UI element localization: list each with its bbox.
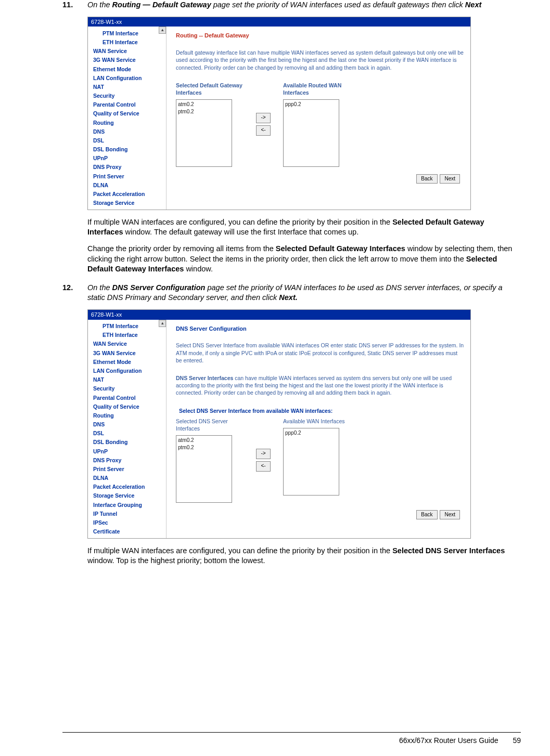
next-button[interactable]: Next [440, 174, 460, 184]
paragraph: Change the priority order by removing al… [87, 244, 521, 275]
nav-item[interactable]: Security [88, 92, 166, 100]
nav-item[interactable]: LAN Configuration [88, 366, 166, 375]
nav-item[interactable]: WAN Service [88, 47, 166, 56]
list-item[interactable]: ptm0.2 [178, 108, 230, 115]
nav-item[interactable]: DNS [88, 127, 166, 136]
panel-description: Default gateway interface list can have … [176, 49, 464, 71]
nav-item[interactable]: Storage Service [88, 491, 166, 500]
list-item[interactable]: atm0.2 [178, 437, 230, 444]
nav-item[interactable]: UPnP [88, 447, 166, 455]
nav-item[interactable]: NAT [88, 82, 166, 91]
t: DNS Server Interfaces [176, 375, 233, 381]
nav-item[interactable]: WAN Service [88, 340, 166, 348]
nav-item[interactable]: Parental Control [88, 100, 166, 109]
nav-item[interactable]: 3G WAN Service [88, 56, 166, 64]
list-item[interactable]: ppp0.2 [285, 429, 337, 437]
footer-title: 66xx/67xx Router Users Guide [399, 736, 498, 745]
t: window. [184, 265, 213, 273]
t: window. The default gateway will use the… [123, 228, 359, 236]
move-left-button[interactable]: <- [256, 125, 271, 136]
nav-item[interactable]: ETH Interface [88, 331, 166, 340]
nav-item[interactable]: Quality of Service [88, 402, 166, 411]
t: Next [465, 1, 481, 9]
nav-item[interactable]: LAN Configuration [88, 73, 166, 82]
nav-item[interactable]: NAT [88, 375, 166, 384]
back-button[interactable]: Back [416, 510, 437, 519]
step-number-11: 11. [62, 0, 87, 10]
panel-heading: DNS Server Configuration [176, 325, 464, 333]
nav-item[interactable]: Routing [88, 411, 166, 420]
move-right-button[interactable]: -> [256, 113, 271, 123]
t: Next. [279, 293, 297, 302]
nav-item[interactable]: Ethernet Mode [88, 357, 166, 366]
list-item[interactable]: atm0.2 [178, 101, 230, 108]
left-list-label: Selected DNS Server Interfaces [176, 418, 244, 432]
back-button[interactable]: Back [416, 174, 437, 184]
t: Routing — Default Gateway [112, 1, 211, 9]
nav-item[interactable]: DLNA [88, 180, 166, 189]
panel-description: Select DNS Server Interface from availab… [176, 342, 464, 364]
nav-item[interactable]: DLNA [88, 474, 166, 483]
next-button[interactable]: Next [440, 510, 460, 519]
scroll-up-icon[interactable]: ▴ [159, 320, 166, 327]
available-wan-listbox[interactable]: ppp0.2 [283, 99, 339, 167]
move-right-button[interactable]: -> [256, 449, 271, 459]
sidebar-nav: ▴ PTM Interface ETH Interface WAN Servic… [88, 320, 167, 538]
nav-item[interactable]: Packet Acceleration [88, 190, 166, 199]
page-footer: 66xx/67xx Router Users Guide 59 [62, 732, 521, 746]
panel-description: DNS Server Interfaces can have multiple … [176, 374, 464, 397]
nav-item[interactable]: PTM Interface [88, 29, 166, 37]
nav-item[interactable]: Interface Grouping [88, 500, 166, 509]
nav-item[interactable]: DSL [88, 136, 166, 145]
right-list-label: Available Routed WAN Interfaces [283, 82, 351, 96]
nav-item[interactable]: Parental Control [88, 393, 166, 402]
step-11-text: On the Routing — Default Gateway page se… [87, 0, 521, 10]
nav-item[interactable]: DNS Proxy [88, 455, 166, 464]
list-item[interactable]: ptm0.2 [178, 444, 230, 451]
nav-item[interactable]: Routing [88, 118, 166, 127]
move-left-button[interactable]: <- [256, 461, 271, 472]
nav-item[interactable]: 3G WAN Service [88, 348, 166, 357]
nav-item[interactable]: DSL [88, 429, 166, 438]
screenshot-routing-default-gateway: 6728-W1-xx ▴ PTM Interface ETH Interface… [87, 17, 471, 210]
t: window. Top is the highest priority; bot… [87, 556, 265, 565]
screenshot-dns-server-config: 6728-W1-xx ▴ PTM Interface ETH Interface… [87, 309, 471, 539]
step-12-text: On the DNS Server Configuration page set… [87, 283, 521, 303]
nav-item[interactable]: Quality of Service [88, 109, 166, 118]
radio-section-label[interactable]: Select DNS Server Interface from availab… [179, 407, 464, 414]
nav-item[interactable]: Certificate [88, 527, 166, 536]
nav-item[interactable]: Ethernet Mode [88, 64, 166, 73]
t: If multiple WAN interfaces are configure… [87, 546, 392, 555]
nav-item[interactable]: Security [88, 384, 166, 393]
sidebar-nav: ▴ PTM Interface ETH Interface WAN Servic… [88, 27, 167, 209]
left-list-label: Selected Default Gateway Interfaces [176, 82, 244, 96]
nav-item[interactable]: PTM Interface [88, 322, 166, 331]
selected-gateway-listbox[interactable]: atm0.2 ptm0.2 [176, 99, 232, 167]
t: Selected Default Gateway Interfaces [276, 244, 405, 253]
available-wan-listbox[interactable]: ppp0.2 [283, 428, 339, 496]
selected-dns-listbox[interactable]: atm0.2 ptm0.2 [176, 435, 232, 503]
nav-item[interactable]: ETH Interface [88, 38, 166, 47]
nav-item[interactable]: DNS Proxy [88, 163, 166, 172]
nav-item[interactable]: Print Server [88, 172, 166, 180]
t: If multiple WAN interfaces are configure… [87, 218, 392, 226]
nav-item[interactable]: IPSec [88, 518, 166, 527]
nav-item[interactable]: DSL Bonding [88, 438, 166, 447]
paragraph: If multiple WAN interfaces are configure… [87, 546, 521, 566]
panel-heading: Routing -- Default Gateway [176, 32, 464, 40]
window-titlebar: 6728-W1-xx [88, 310, 470, 320]
list-item[interactable]: ppp0.2 [285, 101, 337, 108]
nav-item[interactable]: DSL Bonding [88, 145, 166, 154]
t: Selected DNS Server Interfaces [392, 546, 505, 555]
right-list-label: Available WAN Interfaces [283, 418, 351, 425]
nav-item[interactable]: DNS [88, 420, 166, 429]
t: On the [87, 1, 112, 9]
scroll-up-icon[interactable]: ▴ [159, 27, 166, 34]
nav-item[interactable]: UPnP [88, 154, 166, 163]
nav-item[interactable]: IP Tunnel [88, 509, 166, 518]
nav-item[interactable]: Packet Acceleration [88, 483, 166, 491]
page-number: 59 [513, 736, 521, 745]
nav-item[interactable]: Print Server [88, 464, 166, 473]
paragraph: If multiple WAN interfaces are configure… [87, 217, 521, 238]
nav-item[interactable]: Storage Service [88, 199, 166, 207]
